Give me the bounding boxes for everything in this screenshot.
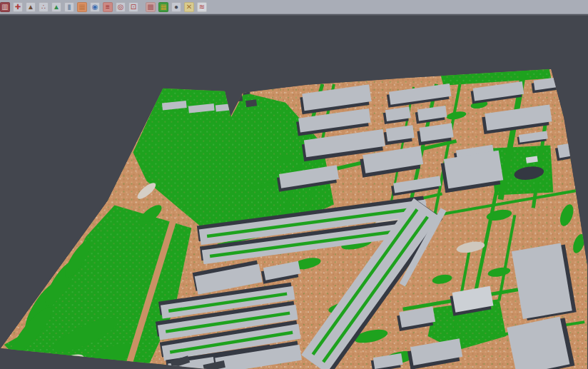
globe-view-icon[interactable]: ◉: [90, 2, 100, 12]
terrain-model-icon[interactable]: ▲: [26, 2, 36, 12]
orthophoto-icon[interactable]: ▦: [77, 2, 87, 12]
building-roof: [233, 94, 243, 102]
circle-select-icon[interactable]: ◎: [116, 2, 126, 12]
bare-ground-patch: [11, 288, 29, 306]
layer-stack-icon[interactable]: ≡: [103, 2, 113, 12]
striped-tool-icon[interactable]: ≋: [197, 2, 207, 12]
grid-tool-icon[interactable]: ▩: [146, 2, 156, 12]
north-arrow-icon[interactable]: ✚: [13, 2, 23, 12]
toolbar-group: ▥✚▲∴▲▮▦◉≡◎⊡: [0, 2, 138, 12]
application-window: ▥✚▲∴▲▮▦◉≡◎⊡▩▦●✕≋: [0, 0, 588, 369]
dark-globe-icon[interactable]: ●: [171, 2, 181, 12]
classification-map-icon[interactable]: ▦: [158, 2, 168, 12]
point-cloud-icon[interactable]: ∴: [39, 2, 49, 12]
main-toolbar: ▥✚▲∴▲▮▦◉≡◎⊡▩▦●✕≋: [0, 0, 588, 14]
model-root: [1, 68, 587, 369]
building-roof: [243, 89, 250, 95]
profile-view-icon[interactable]: ▮: [64, 2, 74, 12]
edit-classes-icon[interactable]: ▥: [0, 2, 10, 12]
toolbar-group: ▩▦●✕≋: [146, 2, 207, 12]
point-cloud-scene[interactable]: [0, 16, 588, 369]
rect-select-icon[interactable]: ⊡: [128, 2, 138, 12]
3d-viewport[interactable]: [0, 14, 588, 369]
vegetation-model-icon[interactable]: ▲: [51, 2, 61, 12]
measure-flag-icon[interactable]: ✕: [184, 2, 194, 12]
